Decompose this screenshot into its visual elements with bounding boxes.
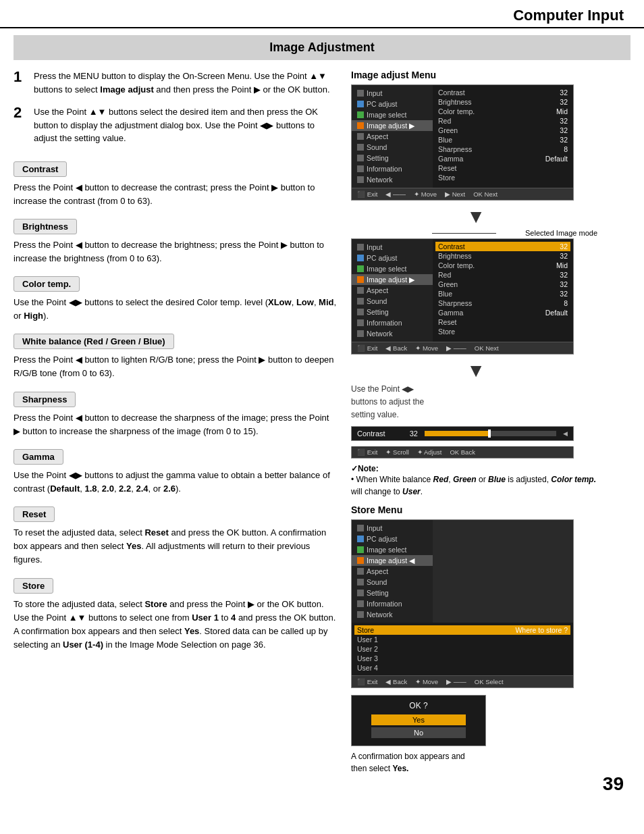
confirm-text: A confirmation box appears andthen selec… [351, 750, 601, 775]
store-network: Network [352, 609, 433, 620]
reset-body: To reset the adjusted data, select Reset… [14, 526, 338, 567]
step-1: 1 Press the MENU button to display the O… [14, 70, 338, 96]
m2-information-icon [357, 319, 364, 326]
input-icon [357, 90, 364, 97]
setting-icon [357, 155, 364, 161]
menu2-row-gamma: GammaDefault [438, 308, 568, 317]
store-information: Information [352, 598, 433, 609]
store-footer: ⬛ Exit ◀ Back ✦ Move ▶ —— OK Select [352, 675, 573, 687]
store-menu-left: Input PC adjust Image select Image [352, 520, 433, 623]
menu1-imageadjust: Image adjust ▶ [352, 120, 433, 131]
right-column: Image adjust Menu Input PC adjust [351, 70, 601, 775]
page-header: Computer Input [0, 0, 644, 28]
menu2-row-blue: Blue32 [438, 289, 568, 298]
m2-pcadjust-icon [357, 255, 364, 261]
menu2-right: Contrast32 Brightness32 Color temp.Mid R… [433, 239, 573, 342]
ok-title: OK ? [357, 701, 480, 710]
contrast-thumb [488, 429, 491, 438]
whitebalance-label: White balance (Red / Green / Blue) [14, 334, 174, 349]
colortemp-body: Use the Point ◀▶ buttons to select the d… [14, 296, 338, 323]
s-input-icon [357, 525, 364, 531]
store-body: To store the adjusted data, select Store… [14, 598, 338, 652]
menu2-row-store: Store [438, 327, 568, 336]
contrast-footer: ⬛ Exit ✦ Scroll ✦ Adjust OK Back [351, 446, 574, 459]
store-imageadjust: Image adjust ◀ [352, 555, 433, 566]
store-row-user4: User 4 [357, 663, 568, 673]
store-pcadjust: PC adjust [352, 533, 433, 544]
menu1-input: Input [352, 88, 433, 99]
contrast-fill [425, 431, 491, 436]
store-label: Store [14, 578, 53, 594]
aspect-icon [357, 133, 364, 140]
ok-dialog: OK ? Yes No [351, 695, 486, 746]
store-menu-mockup: Input PC adjust Image select Image [351, 519, 574, 688]
menu1-row-sharpness: Sharpness8 [438, 145, 568, 154]
m2-setting-icon [357, 309, 364, 315]
store-row-user2: User 2 [357, 644, 568, 654]
menu1-row-store: Store [438, 173, 568, 182]
image-adjust-menu-title: Image adjust Menu [351, 70, 601, 80]
step-1-number: 1 [14, 68, 27, 96]
no-button[interactable]: No [371, 727, 466, 738]
menu1-row-reset: Reset [438, 163, 568, 173]
store-row-title: StoreWhere to store ? [354, 625, 570, 635]
m2-imageselect-icon [357, 265, 364, 272]
step-2: 2 Use the Point ▲▼ buttons select the de… [14, 105, 338, 145]
menu2-pcadjust: PC adjust [352, 253, 433, 263]
yes-button[interactable]: Yes [371, 714, 466, 725]
step-2-number: 2 [14, 104, 27, 145]
step-1-text: Press the MENU button to display the On-… [34, 70, 338, 96]
section-title: Image Adjustment [14, 41, 630, 55]
brightness-label: Brightness [14, 219, 77, 234]
note-body: • When White balance Red, Green or Blue … [351, 473, 601, 498]
contrast-max: ◀ [563, 430, 568, 437]
store-menu-title: Store Menu [351, 504, 601, 515]
m2-input-icon [357, 244, 364, 251]
colortemp-label: Color temp. [14, 276, 80, 292]
store-aspect: Aspect [352, 566, 433, 577]
page-number: 39 [603, 773, 624, 795]
point-buttons-text: Use the Point ◀▶buttons to adjust theset… [351, 383, 601, 422]
menu2-aspect: Aspect [352, 285, 433, 296]
menu1-row-red: Red32 [438, 116, 568, 126]
information-icon [357, 165, 364, 172]
gamma-label: Gamma [14, 449, 63, 465]
step-2-text: Use the Point ▲▼ buttons select the desi… [34, 105, 338, 145]
brightness-body: Press the Point ◀ button to decrease the… [14, 238, 338, 265]
s-setting-icon [357, 590, 364, 596]
contrast-slider [425, 431, 556, 436]
page-title: Computer Input [20, 7, 624, 24]
menu1-imageselect: Image select [352, 109, 433, 120]
m2-imageadjust-icon [357, 276, 364, 283]
pcadjust-icon [357, 101, 364, 107]
main-content: 1 Press the MENU button to display the O… [0, 70, 644, 775]
imageselect-icon [357, 111, 364, 118]
menu-mockup-1: Input PC adjust Image select Image [351, 84, 574, 201]
store-sound: Sound [352, 577, 433, 588]
network-icon [357, 176, 364, 183]
menu2-setting: Setting [352, 307, 433, 317]
menu1-row-blue: Blue32 [438, 135, 568, 145]
s-aspect-icon [357, 568, 364, 575]
contrast-bar-value: 32 [404, 429, 418, 438]
m2-sound-icon [357, 298, 364, 305]
gamma-body: Use the Point ◀▶ buttons to adjust the g… [14, 469, 338, 496]
section-title-bar: Image Adjustment [14, 35, 630, 60]
reset-label: Reset [14, 506, 55, 522]
store-input: Input [352, 523, 433, 533]
menu2-left: Input PC adjust Image select Image [352, 239, 433, 342]
s-pcadjust-icon [357, 536, 364, 542]
sharpness-label: Sharpness [14, 392, 76, 407]
s-network-icon [357, 611, 364, 618]
menu1-right: Contrast32 Brightness32 Color temp.Mid R… [433, 85, 573, 188]
s-sound-icon [357, 579, 364, 585]
menu2-imageselect: Image select [352, 263, 433, 274]
menu1-network: Network [352, 174, 433, 185]
sound-icon [357, 144, 364, 151]
menu1-information: Information [352, 163, 433, 174]
menu1-row-colortemp: Color temp.Mid [438, 107, 568, 116]
menu2-row-colortemp: Color temp.Mid [438, 261, 568, 270]
menu2-imageadjust: Image adjust ▶ [352, 274, 433, 285]
contrast-bar-label: Contrast [357, 429, 398, 438]
arrow-down-1: ▼ [351, 207, 601, 226]
